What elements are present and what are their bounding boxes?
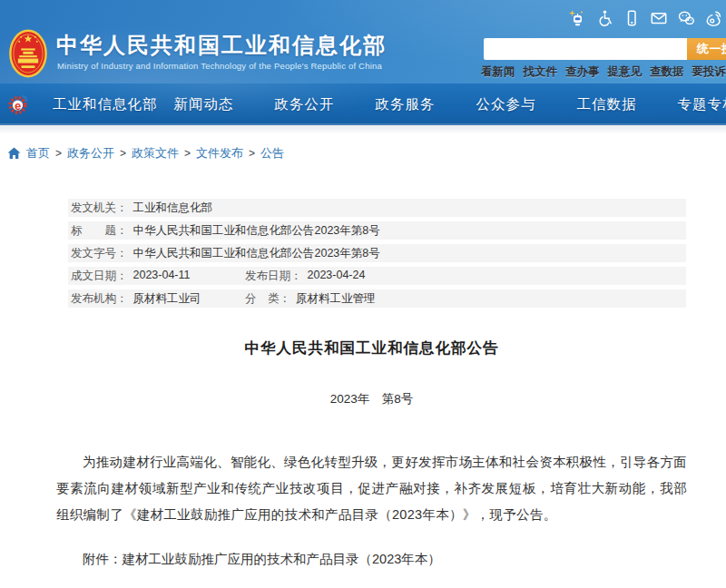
accessibility-icon[interactable] [595,9,613,27]
mail-icon[interactable] [650,9,668,27]
site-subtitle-en: Ministry of Industry and Information Tec… [57,61,382,71]
breadcrumb-separator: > [184,147,191,160]
header-utility-icons [568,9,722,27]
quick-link-complaints[interactable]: 要投诉 [692,64,726,80]
breadcrumb-document-release[interactable]: 文件发布 [196,145,243,162]
nav-separator [0,125,726,133]
meta-label: 标 题： [71,223,128,239]
breadcrumb-separator: > [55,147,62,160]
meta-row-issuing-agency: 发文机关： 工业和信息化部 [68,199,686,217]
breadcrumb-policy-documents[interactable]: 政策文件 [132,145,179,162]
breadcrumb-separator: > [249,147,255,160]
home-icon[interactable] [7,147,21,160]
quick-link-data[interactable]: 查数据 [650,64,684,80]
breadcrumb-gov-disclosure[interactable]: 政务公开 [67,145,114,162]
meta-row-title: 标 题： 中华人民共和国工业和信息化部公告2023年第8号 [68,221,686,240]
quick-link-suggestions[interactable]: 提意见 [608,64,643,80]
nav-item-special-topics[interactable]: 专题专栏 [657,95,726,114]
meta-value: 原材料工业司 [133,291,201,307]
mobile-icon[interactable] [623,9,641,27]
meta-label: 成文日期： [71,269,128,284]
breadcrumb-home[interactable]: 首页 [26,145,50,162]
article-issue-number: 2023年 第8号 [56,391,687,407]
search-button[interactable]: 统一搜索 [687,38,726,60]
article-paragraph: 为推动建材行业高端化、智能化、绿色化转型升级，更好发挥市场主体和社会资本积极性，… [56,449,687,528]
article-attachment-line[interactable]: 附件：建材工业鼓励推广应用的技术和产品目录（2023年本） [56,551,687,568]
breadcrumb: 首页 > 政务公开 > 政策文件 > 文件发布 > 公告 [0,133,726,161]
meta-label: 发文字号： [71,246,128,261]
wechat-icon[interactable] [677,9,695,27]
meta-row-dates: 成文日期： 2023-04-11 发布日期： 2023-04-24 [68,267,686,285]
meta-row-publisher-category: 发布机构： 原材料工业司 分 类： 原材料工业管理 [68,289,686,308]
breadcrumb-separator: > [120,147,126,160]
meta-label: 发布机构： [71,291,128,307]
nav-item-industry-data[interactable]: 工信数据 [556,95,657,114]
document-meta-table: 发文机关： 工业和信息化部 标 题： 中华人民共和国工业和信息化部公告2023年… [68,199,686,308]
meta-label: 分 类： [245,291,290,307]
meta-label: 发文机关： [71,201,128,216]
meta-row-document-number: 发文字号： 中华人民共和国工业和信息化部公告2023年第8号 [68,244,686,262]
robot-assistant-icon[interactable] [568,9,586,27]
weibo-icon[interactable] [704,9,722,27]
nav-item-news[interactable]: 新闻动态 [153,95,254,114]
meta-value: 工业和信息化部 [133,201,213,216]
national-emblem-logo[interactable] [9,28,47,79]
site-header: 中华人民共和国工业和信息化部 Ministry of Industry and … [0,0,726,83]
header-quick-links: 看新闻 找文件 查办事 提意见 查数据 要投诉 [481,64,726,80]
breadcrumb-announcement[interactable]: 公告 [260,145,284,162]
meta-value: 2023-04-11 [133,269,191,284]
meta-value: 原材料工业管理 [296,291,376,307]
nav-item-miit[interactable]: 工业和信息化部 [53,95,153,114]
meta-value: 2023-04-24 [308,269,366,284]
quick-link-documents[interactable]: 找文件 [524,64,558,80]
meta-value: 中华人民共和国工业和信息化部公告2023年第8号 [133,223,380,239]
miit-e-logo-icon[interactable]: e [7,93,29,115]
nav-item-gov-disclosure[interactable]: 政务公开 [254,95,355,114]
svg-text:e: e [15,99,21,113]
meta-value: 中华人民共和国工业和信息化部公告2023年第8号 [133,246,380,261]
nav-item-gov-services[interactable]: 政务服务 [355,95,456,114]
quick-link-services[interactable]: 查办事 [565,64,600,80]
main-navbar: e 工业和信息化部 新闻动态 政务公开 政务服务 公众参与 工信数据 专题专栏 [0,83,726,125]
unified-search: 统一搜索 [484,38,726,60]
nav-items: 工业和信息化部 新闻动态 政务公开 政务服务 公众参与 工信数据 专题专栏 [0,83,726,125]
nav-item-public-participation[interactable]: 公众参与 [456,95,556,114]
site-title[interactable]: 中华人民共和国工业和信息化部 [56,31,387,60]
article-body: 中华人民共和国工业和信息化部公告 2023年 第8号 为推动建材行业高端化、智能… [56,338,687,588]
quick-link-news[interactable]: 看新闻 [481,64,515,80]
article-title: 中华人民共和国工业和信息化部公告 [56,338,687,358]
search-input[interactable] [484,38,687,60]
meta-label: 发布日期： [245,269,302,284]
